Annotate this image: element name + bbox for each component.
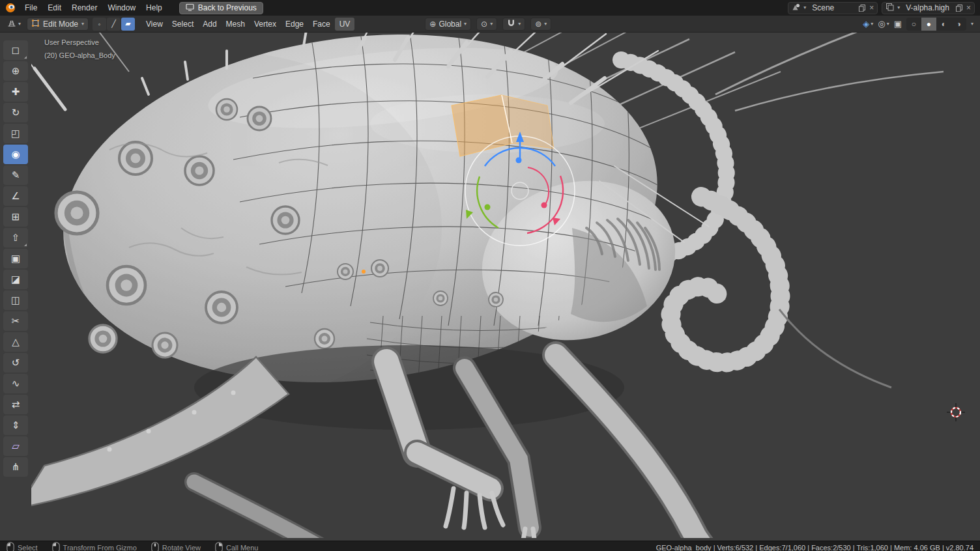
tool-edge-slide[interactable]: ⇄ [3, 395, 28, 414]
tool-bevel[interactable]: ◪ [3, 270, 28, 289]
tool-poly-build[interactable]: △ [3, 332, 28, 352]
menu-edit[interactable]: Edit [42, 1, 66, 14]
chevron-down-icon: ▾ [803, 5, 806, 10]
inset-icon: ▣ [11, 253, 20, 264]
menu-vertex[interactable]: Vertex [250, 18, 281, 31]
topbar: File Edit Render Window Help Back to Pre… [0, 0, 980, 16]
chevron-down-icon: ▾ [871, 21, 873, 27]
tool-measure[interactable]: ∠ [3, 186, 28, 206]
proportional-editing-controls[interactable]: ⊚ ▾ [530, 18, 551, 31]
tool-transform[interactable]: ◉ [3, 145, 28, 164]
tool-scale[interactable]: ◰ [3, 124, 28, 143]
mouse-right-icon [215, 542, 223, 551]
mode-dropdown[interactable]: Edit Mode ▾ [27, 18, 89, 31]
gizmo-icon: ◈ [863, 19, 869, 29]
view-layer-icon [886, 3, 894, 13]
face-select-button[interactable]: ▰ [121, 18, 135, 31]
viewport-header-right: ◈ ▾ ◎ ▾ ▣ ○ ● ◐ ◑ ▾ [863, 18, 976, 31]
mode-label: Edit Mode [43, 20, 78, 29]
chevron-down-icon: ▾ [81, 21, 84, 27]
chevron-down-icon: ▾ [490, 21, 493, 27]
viewport[interactable]: User Perspective (20) GEO-alpha_Body [31, 33, 980, 541]
editor-type-dropdown[interactable]: ▾ [4, 18, 24, 29]
show-overlays-toggle[interactable]: ◎ ▾ [878, 19, 889, 29]
hint-transform-from-gizmo: Transform From Gizmo [52, 542, 137, 551]
tool-loop-cut[interactable]: ◫ [3, 290, 28, 310]
tool-spin[interactable]: ↺ [3, 353, 28, 373]
shrink-fatten-icon: ⇕ [12, 419, 20, 431]
view-perspective-label: User Perspective [44, 36, 115, 49]
view-layer-selector[interactable]: ▾ V-alpha.high × [882, 2, 975, 14]
tool-move[interactable]: ✚ [3, 82, 28, 102]
tool-rotate[interactable]: ↻ [3, 103, 28, 122]
xray-toggle[interactable]: ▣ [894, 19, 902, 29]
chevron-down-icon: ▾ [897, 5, 900, 10]
menu-add[interactable]: Add [198, 18, 221, 31]
hint-rotate-view: Rotate View [151, 542, 201, 551]
tool-rip-region[interactable]: ⋔ [3, 457, 28, 477]
pivot-point-dropdown[interactable]: ⊙ ▾ [476, 18, 497, 31]
viewport-overlay-text: User Perspective (20) GEO-alpha_Body [44, 36, 115, 62]
shading-options-dropdown[interactable]: ▾ [971, 21, 973, 27]
tool-knife[interactable]: ✂ [3, 311, 28, 331]
tool-smooth[interactable]: ∿ [3, 374, 28, 393]
globe-icon: ⊕ [429, 20, 436, 29]
new-scene-icon[interactable] [858, 4, 866, 12]
proportional-editing-icon: ⊚ [535, 20, 541, 29]
scene-selector[interactable]: ▾ Scene × [788, 2, 878, 14]
hint-label: Call Menu [226, 544, 259, 551]
shading-wireframe-button[interactable]: ○ [906, 18, 921, 31]
back-to-previous-button[interactable]: Back to Previous [179, 2, 263, 14]
unlink-scene-icon[interactable]: × [869, 3, 874, 12]
annotate-icon: ✎ [12, 169, 20, 181]
menu-help[interactable]: Help [141, 1, 167, 14]
tool-inset-faces[interactable]: ▣ [3, 249, 28, 268]
shading-material-button[interactable]: ◐ [936, 18, 951, 31]
transform-orientation-dropdown[interactable]: ⊕ Global ▾ [425, 18, 471, 31]
tool-shear[interactable]: ▱ [3, 436, 28, 456]
chevron-down-icon: ▾ [18, 21, 21, 27]
magnet-icon [507, 19, 515, 29]
menu-select[interactable]: Select [167, 18, 198, 31]
scene-icon [792, 3, 800, 13]
tool-shrink-fatten[interactable]: ⇕ [3, 416, 28, 435]
blender-logo-icon[interactable] [5, 3, 16, 13]
remove-view-layer-icon[interactable]: × [966, 3, 971, 12]
menu-face[interactable]: Face [308, 18, 335, 31]
menu-edge[interactable]: Edge [281, 18, 308, 31]
menu-view[interactable]: View [141, 18, 167, 31]
tool-select-box[interactable]: ◻ [3, 40, 28, 60]
scene-stats: GEO-alpha_body | Verts:6/532 | Edges:7/1… [656, 544, 973, 551]
measure-icon: ∠ [11, 190, 20, 202]
tool-add-cube[interactable]: ⊞ [3, 207, 28, 227]
viewport-canvas[interactable] [31, 33, 980, 538]
blender-window: File Edit Render Window Help Back to Pre… [0, 0, 980, 551]
vertex-select-button[interactable]: ◦ [93, 18, 106, 31]
bevel-icon: ◪ [11, 274, 20, 285]
tool-annotate[interactable]: ✎ [3, 165, 28, 185]
hint-label: Select [18, 544, 38, 551]
hint-select: Select [7, 542, 38, 551]
new-view-layer-icon[interactable] [955, 4, 963, 12]
keymap-hints: Select Transform From Gizmo Rotate View … [7, 542, 258, 551]
shading-rendered-button[interactable]: ◑ [951, 18, 966, 31]
viewport-header: ▾ Edit Mode ▾ ◦ ╱ ▰ View Select Add Mesh… [0, 16, 980, 33]
overlays-icon: ◎ [878, 19, 885, 29]
statusbar: Select Transform From Gizmo Rotate View … [0, 541, 980, 551]
chevron-down-icon: ▾ [464, 21, 467, 27]
menu-window[interactable]: Window [102, 1, 141, 14]
menu-uv[interactable]: UV [335, 18, 355, 31]
snap-controls[interactable]: ▾ [502, 18, 525, 31]
menu-mesh[interactable]: Mesh [222, 18, 250, 31]
tool-cursor[interactable]: ⊕ [3, 61, 28, 81]
show-gizmo-toggle[interactable]: ◈ ▾ [863, 19, 873, 29]
orientation-label: Global [439, 20, 461, 29]
tool-extrude-region[interactable]: ⇧ [3, 228, 28, 247]
selected-vertex[interactable] [362, 270, 366, 274]
edge-select-button[interactable]: ╱ [107, 18, 121, 31]
menu-render[interactable]: Render [66, 1, 102, 14]
menu-file[interactable]: File [20, 1, 42, 14]
edit-mode-icon [31, 19, 40, 29]
shading-solid-button[interactable]: ● [921, 18, 936, 31]
knife-icon: ✂ [12, 315, 20, 327]
